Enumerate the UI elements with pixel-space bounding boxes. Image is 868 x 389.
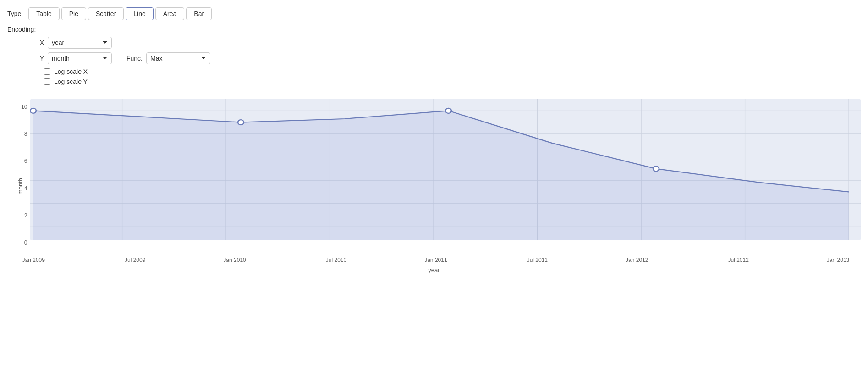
data-point-2 <box>238 120 244 125</box>
x-tick-2: Jan 2010 <box>223 257 246 263</box>
log-scale-y-checkbox[interactable] <box>44 78 50 85</box>
x-axis-select[interactable]: year month <box>48 37 112 49</box>
type-button-area[interactable]: Area <box>155 7 185 20</box>
y-tick-labels: 10 8 6 4 2 0 <box>21 99 27 250</box>
chart-svg <box>30 99 861 250</box>
x-tick-7: Jul 2012 <box>728 257 748 263</box>
y-tick-4: 4 <box>24 185 27 192</box>
func-select[interactable]: Max Min Sum Avg Count <box>146 52 210 64</box>
type-button-scatter[interactable]: Scatter <box>88 7 124 20</box>
data-point-4 <box>445 108 451 113</box>
type-button-line[interactable]: Line <box>126 7 153 20</box>
y-encoding-row: Y month year Func. Max Min Sum Avg Count <box>35 52 861 64</box>
x-tick-5: Jul 2011 <box>527 257 548 263</box>
y-axis-letter: Y <box>35 55 44 62</box>
encoding-section: Encoding: X year month Y month year Func… <box>7 26 861 85</box>
y-tick-8: 8 <box>24 131 27 137</box>
data-point-6 <box>653 166 659 171</box>
log-scale-x-checkbox[interactable] <box>44 68 50 75</box>
encoding-label: Encoding: <box>7 26 861 33</box>
x-axis-label: year <box>428 267 439 273</box>
type-button-table[interactable]: Table <box>28 7 59 20</box>
type-label: Type: <box>7 10 23 17</box>
func-label: Func. <box>126 55 143 62</box>
chart-svg-area: Jan 2009 Jul 2009 Jan 2010 Jul 2010 Jan … <box>30 99 861 250</box>
x-tick-4: Jan 2011 <box>424 257 447 263</box>
log-scale-x-row: Log scale X <box>44 68 861 75</box>
log-scale-y-row: Log scale Y <box>44 78 861 85</box>
x-axis-letter: X <box>35 39 44 46</box>
type-button-bar[interactable]: Bar <box>186 7 212 20</box>
x-tick-0: Jan 2009 <box>22 257 45 263</box>
type-button-pie[interactable]: Pie <box>61 7 86 20</box>
x-tick-labels: Jan 2009 Jul 2009 Jan 2010 Jul 2010 Jan … <box>30 257 861 263</box>
data-point-0 <box>30 108 36 113</box>
x-tick-8: Jan 2013 <box>827 257 849 263</box>
type-row: Type: Table Pie Scatter Line Area Bar <box>7 7 861 20</box>
log-scale-x-label: Log scale X <box>54 68 88 75</box>
x-encoding-row: X year month <box>35 37 861 49</box>
y-tick-10: 10 <box>21 104 27 110</box>
chart-container: month year <box>7 99 861 273</box>
x-tick-6: Jan 2012 <box>626 257 648 263</box>
y-tick-2: 2 <box>24 212 27 219</box>
y-tick-0: 0 <box>24 239 27 246</box>
x-tick-1: Jul 2009 <box>125 257 145 263</box>
y-axis-select[interactable]: month year <box>48 52 112 64</box>
log-scale-y-label: Log scale Y <box>54 78 88 85</box>
x-tick-3: Jul 2010 <box>326 257 346 263</box>
y-tick-6: 6 <box>24 158 27 164</box>
